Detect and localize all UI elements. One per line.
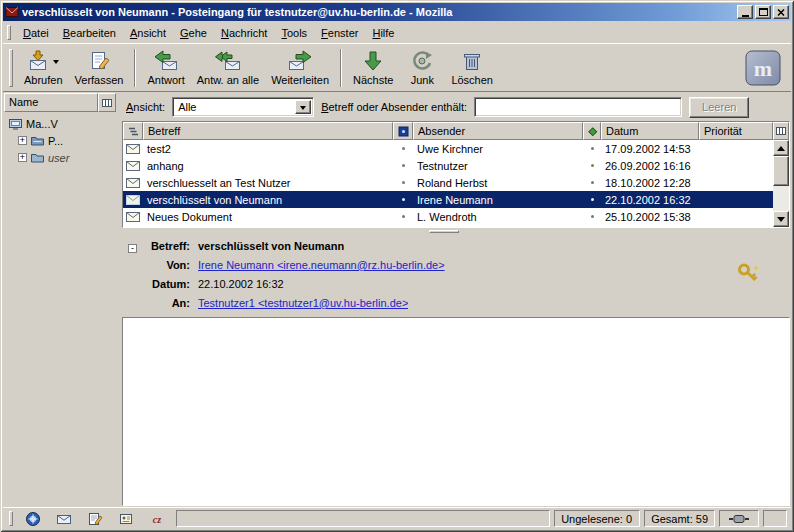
- splitter-grip-icon[interactable]: [429, 230, 459, 233]
- maximize-button[interactable]: [755, 5, 771, 19]
- menubar-grippy[interactable]: [7, 25, 11, 40]
- folder-item-inbox[interactable]: + P...: [4, 132, 116, 149]
- window-icon: [5, 5, 19, 19]
- column-picker-icon: [775, 125, 787, 137]
- address-book-icon[interactable]: [117, 511, 135, 527]
- expander-icon[interactable]: +: [18, 153, 27, 162]
- menu-gehe[interactable]: Gehe: [173, 24, 214, 42]
- to-address-link[interactable]: Testnutzer1 <testnutzer1@uv.hu-berlin.de…: [198, 297, 408, 309]
- sender-column-header[interactable]: Absender: [413, 122, 583, 140]
- online-status-panel[interactable]: [719, 510, 759, 527]
- from-address-link[interactable]: Irene Neumann <irene.neumann@rz.hu-berli…: [198, 259, 445, 271]
- flag-cell[interactable]: [393, 198, 413, 201]
- compose-button[interactable]: Verfassen: [69, 46, 130, 90]
- list-column-picker-button[interactable]: [773, 122, 789, 140]
- flag-cell[interactable]: [393, 147, 413, 150]
- toolbar-separator: [134, 49, 136, 87]
- priority-column-header[interactable]: Priorität: [699, 122, 773, 140]
- search-label: Betreff oder Absender enthält:: [321, 101, 467, 113]
- message-row[interactable]: anhang Testnutzer 26.09.2002 16:16: [123, 157, 773, 174]
- message-sender: Uwe Kirchner: [413, 143, 583, 155]
- scroll-up-button[interactable]: [773, 140, 789, 156]
- chatzilla-icon[interactable]: cz: [148, 511, 166, 527]
- message-date: 18.10.2002 12:28: [601, 177, 699, 189]
- menu-bearbeiten[interactable]: Bearbeiten: [56, 24, 123, 42]
- read-cell[interactable]: [583, 198, 601, 201]
- arrow-down-icon: [777, 217, 785, 226]
- message-row[interactable]: test2 Uwe Kirchner 17.09.2002 14:53: [123, 140, 773, 157]
- toolbar-grippy[interactable]: [9, 49, 13, 87]
- statusbar-grippy[interactable]: [9, 511, 13, 526]
- mozilla-logo[interactable]: m: [745, 50, 781, 86]
- minimize-button[interactable]: [737, 5, 753, 19]
- reply-all-button[interactable]: Antw. an alle: [191, 46, 265, 90]
- reply-button[interactable]: Antwort: [141, 46, 190, 90]
- junk-button[interactable]: Junk: [399, 46, 445, 90]
- thread-list-scrollbar[interactable]: [773, 122, 789, 227]
- subject-column-header[interactable]: Betreff: [143, 122, 393, 140]
- folder-item-user[interactable]: + user: [4, 149, 116, 166]
- forward-icon: [287, 50, 313, 72]
- view-select[interactable]: Alle: [172, 97, 314, 117]
- message-pane-splitter[interactable]: [122, 228, 790, 235]
- get-mail-dropdown-icon[interactable]: [51, 51, 62, 71]
- header-twisty-icon[interactable]: -: [128, 244, 137, 253]
- mail-icon[interactable]: [55, 511, 73, 527]
- read-cell[interactable]: [583, 147, 601, 150]
- forward-button[interactable]: Weiterleiten: [265, 46, 335, 90]
- composer-icon[interactable]: [86, 511, 104, 527]
- read-indicator-icon: [587, 126, 598, 137]
- menu-tools[interactable]: Tools: [274, 24, 314, 42]
- menu-nachricht[interactable]: Nachricht: [214, 24, 274, 42]
- expander-icon[interactable]: +: [18, 136, 27, 145]
- flag-cell[interactable]: [393, 181, 413, 184]
- arrow-up-icon: [777, 142, 785, 151]
- close-button[interactable]: [773, 5, 789, 19]
- menu-ansicht[interactable]: Ansicht: [123, 24, 173, 42]
- view-label: Ansicht:: [126, 101, 165, 113]
- get-mail-button[interactable]: Abrufen: [18, 46, 69, 90]
- flag-cell[interactable]: [393, 215, 413, 218]
- read-cell[interactable]: [583, 181, 601, 184]
- title-bar[interactable]: verschlüsselt von Neumann - Posteingang …: [3, 3, 791, 21]
- next-button[interactable]: Nächste: [347, 46, 399, 90]
- folder-column-picker-button[interactable]: [98, 93, 116, 112]
- read-cell[interactable]: [583, 164, 601, 167]
- clear-button[interactable]: Leeren: [689, 97, 749, 118]
- message-subject: anhang: [143, 160, 393, 172]
- message-row[interactable]: verschluesselt an Test Nutzer Roland Her…: [123, 174, 773, 191]
- folder-item-account[interactable]: Ma...V: [4, 115, 116, 132]
- chevron-down-icon[interactable]: [295, 100, 311, 114]
- message-sender: L. Wendroth: [413, 211, 583, 223]
- read-cell[interactable]: [583, 215, 601, 218]
- maximize-icon: [759, 8, 768, 16]
- compose-icon: [86, 50, 112, 72]
- navigator-icon[interactable]: [24, 511, 42, 527]
- delete-icon: [459, 50, 485, 72]
- from-label: Von:: [128, 259, 190, 271]
- read-dot-icon: [591, 215, 594, 218]
- message-row-selected[interactable]: verschlüsselt von Neumann Irene Neumann …: [123, 191, 773, 208]
- folder-column-header[interactable]: Name: [4, 93, 98, 112]
- mozilla-mail-window: verschlüsselt von Neumann - Posteingang …: [0, 0, 794, 532]
- progress-panel: [763, 510, 787, 527]
- flag-dot-icon: [402, 198, 405, 201]
- read-column-header[interactable]: [583, 122, 601, 140]
- scrollbar-thumb[interactable]: [773, 156, 789, 186]
- get-mail-icon: [25, 50, 51, 72]
- menu-datei[interactable]: Datei: [16, 24, 56, 42]
- search-input[interactable]: [474, 97, 682, 117]
- delete-button[interactable]: Löschen: [445, 46, 499, 90]
- read-dot-icon: [591, 198, 594, 201]
- security-key-icon[interactable]: [736, 261, 760, 285]
- flag-column-header[interactable]: [393, 122, 413, 140]
- menu-hilfe[interactable]: Hilfe: [365, 24, 401, 42]
- message-body[interactable]: [122, 317, 790, 506]
- date-column-header[interactable]: Datum: [601, 122, 699, 140]
- flag-cell[interactable]: [393, 164, 413, 167]
- thread-column-header[interactable]: [123, 122, 143, 140]
- message-row[interactable]: Neues Dokument L. Wendroth 25.10.2002 15…: [123, 208, 773, 225]
- junk-label: Junk: [411, 74, 434, 86]
- scroll-down-button[interactable]: [773, 211, 789, 227]
- menu-fenster[interactable]: Fenster: [314, 24, 365, 42]
